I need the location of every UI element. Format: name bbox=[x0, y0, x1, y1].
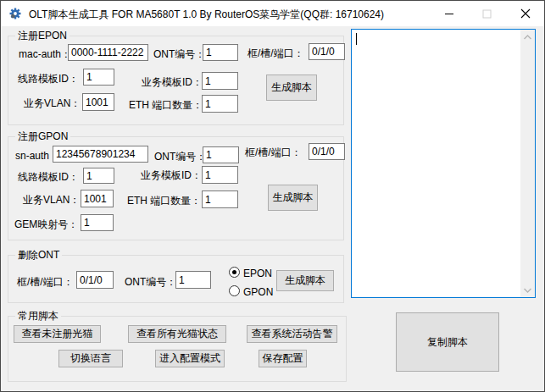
enter-config-mode-button[interactable]: 进入配置模式 bbox=[155, 350, 225, 367]
epon-frame-slot-port-input[interactable] bbox=[309, 43, 345, 60]
register-gpon-group-title: 注册GPON bbox=[15, 130, 70, 144]
view-system-alarms-button[interactable]: 查看系统活动告警 bbox=[247, 325, 337, 343]
delete-frame-slot-port-input[interactable] bbox=[76, 271, 114, 289]
gpon-line-profile-label: 线路模板ID： bbox=[18, 170, 79, 185]
title-bar[interactable]: OLT脚本生成工具 FOR MA5680T 1.0 By RouterOS菜鸟学… bbox=[1, 1, 544, 26]
view-unregistered-onts-button[interactable]: 查看未注册光猫 bbox=[14, 325, 101, 343]
epon-eth-count-input[interactable] bbox=[202, 95, 238, 113]
gpon-line-profile-input[interactable] bbox=[83, 168, 114, 184]
switch-language-button[interactable]: 切换语言 bbox=[58, 350, 123, 367]
gpon-radio-button[interactable] bbox=[229, 285, 240, 296]
delete-ont-group-title: 删除ONT bbox=[15, 248, 62, 262]
register-epon-group-title: 注册EPON bbox=[15, 29, 70, 43]
gpon-eth-count-label: ETH 端口数量： bbox=[127, 194, 201, 208]
epon-mac-auth-input[interactable] bbox=[68, 44, 148, 61]
gpon-frame-slot-port-label: 框/槽/端口： bbox=[245, 146, 302, 160]
gpon-ont-id-input[interactable] bbox=[203, 146, 239, 163]
epon-ont-id-input[interactable] bbox=[203, 44, 238, 61]
minimize-button[interactable] bbox=[430, 1, 468, 26]
epon-line-profile-input[interactable] bbox=[83, 69, 114, 86]
delete-ont-id-label: ONT编号： bbox=[125, 275, 176, 290]
delete-generate-script-button[interactable]: 生成脚本 bbox=[276, 270, 334, 291]
copy-script-button[interactable]: 复制脚本 bbox=[396, 312, 499, 372]
epon-radio-label: EPON bbox=[243, 268, 272, 279]
app-gear-icon bbox=[8, 7, 22, 20]
maximize-button-disabled bbox=[468, 1, 506, 26]
delete-frame-slot-port-label: 框/槽/端口： bbox=[17, 275, 74, 290]
epon-srv-profile-label: 业务模板ID： bbox=[142, 75, 203, 90]
gpon-ont-id-label: ONT编号： bbox=[154, 150, 206, 164]
close-icon bbox=[520, 8, 531, 19]
epon-frame-slot-port-label: 框/槽/端口： bbox=[247, 47, 304, 61]
delete-ont-id-input[interactable] bbox=[175, 271, 211, 289]
epon-radio-button[interactable] bbox=[229, 267, 240, 278]
epon-vlan-label: 业务VLAN： bbox=[24, 97, 81, 111]
epon-line-profile-label: 线路模板ID： bbox=[18, 72, 79, 86]
vertical-scrollbar[interactable] bbox=[520, 30, 535, 297]
epon-mac-auth-label: mac-auth： bbox=[19, 47, 71, 62]
scroll-down-icon[interactable] bbox=[520, 283, 535, 297]
app-window: OLT脚本生成工具 FOR MA5680T 1.0 By RouterOS菜鸟学… bbox=[0, 0, 545, 392]
minimize-icon bbox=[444, 8, 454, 19]
gpon-frame-slot-port-input[interactable] bbox=[309, 143, 345, 160]
gpon-gem-map-input[interactable] bbox=[81, 214, 114, 231]
epon-eth-count-label: ETH 端口数量： bbox=[129, 98, 203, 113]
epon-generate-script-button[interactable]: 生成脚本 bbox=[266, 75, 317, 101]
gpon-gem-map-label: GEM映射号： bbox=[14, 218, 78, 232]
text-caret bbox=[356, 33, 357, 45]
view-all-ont-status-button[interactable]: 查看所有光猫状态 bbox=[128, 325, 226, 343]
window-title: OLT脚本生成工具 FOR MA5680T 1.0 By RouterOS菜鸟学… bbox=[29, 8, 384, 22]
epon-srv-profile-input[interactable] bbox=[202, 72, 238, 90]
gpon-eth-count-input[interactable] bbox=[202, 190, 238, 208]
gpon-generate-script-button[interactable]: 生成脚本 bbox=[268, 185, 318, 211]
scroll-up-icon[interactable] bbox=[520, 30, 535, 44]
epon-ont-id-label: ONT编号： bbox=[153, 47, 205, 62]
close-button[interactable] bbox=[506, 1, 544, 26]
gpon-radio-label: GPON bbox=[243, 286, 273, 298]
gpon-srv-profile-input[interactable] bbox=[202, 166, 238, 184]
gpon-vlan-label: 业务VLAN： bbox=[23, 193, 80, 207]
gpon-sn-auth-input[interactable] bbox=[53, 146, 148, 163]
epon-vlan-input[interactable] bbox=[82, 93, 114, 111]
common-scripts-group-title: 常用脚本 bbox=[15, 309, 61, 323]
gpon-srv-profile-label: 业务模板ID： bbox=[141, 168, 202, 183]
save-config-button[interactable]: 保存配置 bbox=[259, 350, 307, 367]
maximize-icon bbox=[482, 9, 492, 19]
script-output-textarea[interactable] bbox=[351, 29, 536, 298]
gpon-vlan-input[interactable] bbox=[81, 190, 114, 207]
